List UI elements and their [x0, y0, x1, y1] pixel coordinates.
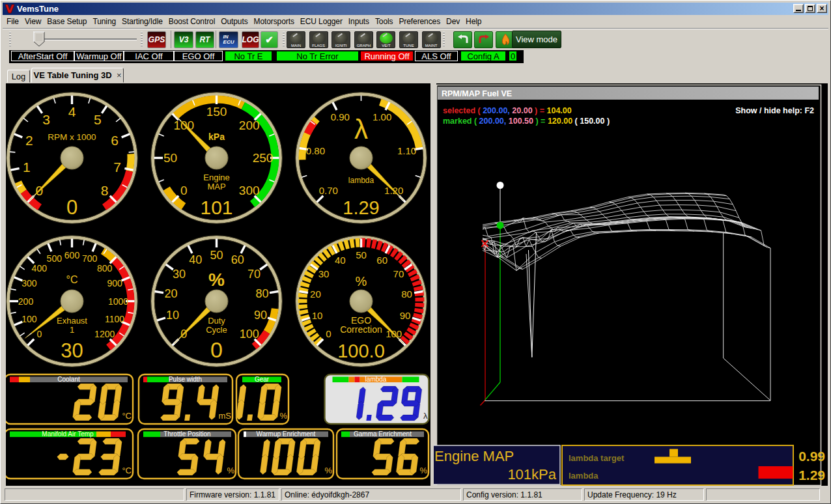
- svg-text:80: 80: [401, 288, 412, 300]
- svg-text:100: 100: [21, 314, 37, 324]
- svg-text:1.00: 1.00: [373, 111, 391, 122]
- svg-text:0: 0: [180, 184, 188, 197]
- svg-text:7: 7: [113, 160, 121, 175]
- svg-text:101: 101: [200, 197, 232, 218]
- svg-text:Gamma Enrichment: Gamma Enrichment: [354, 430, 412, 438]
- svg-text:Duty: Duty: [208, 316, 225, 326]
- svg-text:80: 80: [256, 287, 269, 300]
- svg-text:°C: °C: [122, 466, 132, 475]
- svg-text:1000: 1000: [108, 296, 128, 307]
- svg-text:70: 70: [393, 268, 404, 279]
- svg-text:mS: mS: [219, 411, 232, 421]
- svg-text:3: 3: [42, 112, 50, 127]
- svg-text:700: 700: [82, 253, 98, 264]
- svg-text:1: 1: [23, 160, 31, 175]
- svg-text:600: 600: [64, 250, 80, 260]
- svg-text:%: %: [279, 411, 287, 421]
- svg-text:20: 20: [310, 288, 321, 300]
- svg-text:0.80: 0.80: [306, 145, 325, 156]
- svg-text:1200: 1200: [94, 329, 115, 339]
- svg-text:400: 400: [32, 263, 48, 273]
- svg-text:4: 4: [68, 104, 76, 119]
- svg-text:0.90: 0.90: [331, 111, 350, 122]
- svg-text:1: 1: [70, 325, 74, 335]
- svg-text:Warmup Enrichment: Warmup Enrichment: [257, 430, 316, 438]
- svg-text:%: %: [324, 466, 332, 475]
- svg-text:60: 60: [231, 253, 244, 266]
- svg-text:RPM x 1000: RPM x 1000: [48, 132, 96, 142]
- svg-text:101kPa: 101kPa: [507, 466, 556, 483]
- svg-text:%: %: [227, 466, 234, 475]
- svg-text:900: 900: [107, 278, 122, 288]
- svg-text:300: 300: [21, 278, 37, 288]
- svg-text:150: 150: [206, 105, 227, 119]
- svg-text:100: 100: [240, 328, 259, 341]
- svg-text:MAP: MAP: [207, 182, 225, 191]
- svg-text:marked ( 200.00, 100.50 ) =: marked ( 200.00, 100.50 ) = 120.00 ( 150…: [443, 117, 610, 126]
- svg-text:5: 5: [94, 112, 102, 127]
- svg-text:%: %: [356, 274, 367, 288]
- svg-text:°C: °C: [122, 411, 132, 421]
- svg-text:250: 250: [253, 151, 274, 165]
- svg-text:Cycle: Cycle: [206, 325, 227, 335]
- svg-text:300: 300: [239, 184, 260, 197]
- svg-text:λ: λ: [423, 411, 428, 421]
- svg-text:Pulse width: Pulse width: [169, 376, 202, 383]
- svg-text:30: 30: [173, 268, 186, 281]
- svg-text:Gear: Gear: [255, 376, 270, 383]
- svg-text:60: 60: [376, 255, 387, 266]
- svg-text:10: 10: [312, 310, 323, 321]
- svg-text:20: 20: [164, 287, 177, 300]
- svg-text:λ: λ: [354, 114, 368, 145]
- svg-text:200: 200: [18, 296, 34, 307]
- svg-text:6: 6: [111, 133, 119, 148]
- svg-text:30: 30: [318, 268, 330, 279]
- svg-text:lambda: lambda: [569, 471, 599, 481]
- svg-text:0.99: 0.99: [798, 449, 825, 464]
- svg-text:Engine: Engine: [203, 173, 229, 182]
- svg-text:1100: 1100: [105, 314, 124, 324]
- svg-text:30: 30: [61, 339, 83, 362]
- svg-text:10: 10: [166, 309, 179, 322]
- svg-text:lambda target: lambda target: [569, 453, 625, 463]
- svg-text:0: 0: [326, 328, 331, 339]
- svg-text:70: 70: [247, 268, 261, 281]
- svg-text:500: 500: [47, 253, 63, 264]
- svg-text:1.29: 1.29: [343, 197, 379, 218]
- svg-text:8: 8: [101, 183, 109, 198]
- svg-text:50: 50: [210, 249, 223, 262]
- svg-text:40: 40: [189, 253, 202, 266]
- svg-text:lambda: lambda: [365, 376, 387, 383]
- svg-text:50: 50: [163, 151, 177, 165]
- svg-text:90: 90: [400, 310, 411, 321]
- svg-text:Manifold Air Temp: Manifold Air Temp: [42, 430, 94, 438]
- svg-text:1.10: 1.10: [397, 145, 416, 156]
- svg-text:Engine MAP: Engine MAP: [434, 448, 514, 464]
- svg-text:800: 800: [97, 263, 113, 273]
- svg-text:2: 2: [25, 133, 33, 148]
- svg-text:Throttle Position: Throttle Position: [163, 430, 210, 438]
- svg-text:100.0: 100.0: [337, 341, 385, 361]
- svg-text:40: 40: [335, 255, 346, 266]
- svg-text:0: 0: [36, 329, 42, 339]
- svg-text:RPM/MAP Fuel VE: RPM/MAP Fuel VE: [442, 89, 512, 98]
- svg-text:selected ( 200.00, 20.00 ) =: selected ( 200.00, 20.00 ) = 104.00: [443, 106, 572, 115]
- svg-text:Show / hide help: F2: Show / hide help: F2: [735, 106, 814, 115]
- svg-text:0: 0: [66, 196, 77, 219]
- svg-text:50: 50: [356, 249, 367, 260]
- svg-text:90: 90: [254, 309, 267, 322]
- svg-text:°C: °C: [66, 274, 78, 285]
- svg-text:0.70: 0.70: [319, 185, 338, 196]
- svg-text:%: %: [419, 466, 427, 475]
- svg-text:Coolant: Coolant: [57, 376, 80, 383]
- svg-text:kPa: kPa: [208, 132, 225, 142]
- svg-text:1.29: 1.29: [798, 468, 825, 483]
- svg-text:200: 200: [239, 119, 260, 132]
- svg-text:%: %: [208, 270, 225, 290]
- svg-text:lambda: lambda: [348, 176, 374, 185]
- svg-text:Correction: Correction: [340, 324, 382, 335]
- svg-text:Exhaust: Exhaust: [57, 316, 87, 326]
- svg-text:0: 0: [210, 337, 223, 362]
